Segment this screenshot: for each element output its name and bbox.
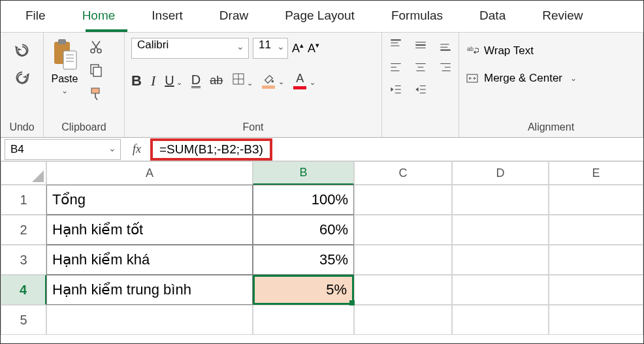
italic-button[interactable]: I [151, 72, 155, 89]
paste-dropdown[interactable]: ⌄ [61, 86, 68, 95]
col-header-C[interactable]: C [354, 161, 452, 185]
clipboard-group: Paste ⌄ Clipboard [44, 33, 125, 137]
tab-file[interactable]: File [7, 2, 64, 29]
wrap-text-icon: ab [466, 44, 479, 57]
row-header-3[interactable]: 3 [1, 245, 46, 275]
cell-E1[interactable] [549, 185, 643, 215]
tab-page-layout[interactable]: Page Layout [266, 2, 373, 29]
cell-A5[interactable] [46, 305, 253, 335]
increase-indent-icon[interactable] [413, 82, 429, 98]
undo-group: Undo [1, 33, 44, 137]
cell-A4[interactable]: Hạnh kiểm trung bình [46, 275, 253, 305]
font-size-combo[interactable]: 11 [253, 38, 288, 59]
font-group: Calibri 11 A▴ A▾ B I U D ab [125, 33, 382, 137]
cell-A3[interactable]: Hạnh kiểm khá [46, 245, 253, 275]
merge-dropdown-icon[interactable]: ⌄ [570, 74, 577, 83]
cell-B3[interactable]: 35% [253, 245, 354, 275]
wrap-text-label: Wrap Text [484, 44, 534, 57]
clipboard-group-label: Clipboard [50, 120, 118, 136]
font-color-button[interactable]: A [293, 72, 315, 89]
align-right-icon[interactable] [438, 60, 454, 76]
svg-rect-10 [91, 88, 99, 93]
cell-E2[interactable] [549, 215, 643, 245]
borders-button[interactable] [232, 72, 253, 89]
merge-center-label: Merge & Center [484, 72, 562, 85]
redo-button[interactable] [10, 65, 34, 89]
name-box[interactable]: B4 [5, 139, 121, 160]
strikethrough-button[interactable]: ab [210, 74, 223, 87]
underline-button[interactable]: U [165, 73, 182, 88]
col-header-E[interactable]: E [549, 161, 643, 185]
cell-D2[interactable] [452, 215, 549, 245]
format-painter-icon[interactable] [87, 85, 105, 103]
svg-rect-9 [93, 67, 101, 76]
align-middle-icon[interactable] [413, 38, 429, 54]
cell-B5[interactable] [253, 305, 354, 335]
cell-D4[interactable] [452, 275, 549, 305]
svg-text:ab: ab [467, 46, 474, 52]
fill-color-button[interactable] [262, 73, 284, 89]
wrap-text-button[interactable]: ab Wrap Text [466, 42, 534, 60]
cell-C1[interactable] [354, 185, 452, 215]
paste-icon[interactable] [50, 38, 79, 72]
svg-rect-1 [58, 39, 66, 44]
tab-data[interactable]: Data [461, 2, 524, 29]
spreadsheet-grid: A B C D E 1 Tổng 100% 2 Hạnh kiểm tốt 60… [1, 161, 643, 335]
cell-E5[interactable] [549, 305, 643, 335]
font-name-combo[interactable]: Calibri [131, 38, 249, 59]
decrease-indent-icon[interactable] [389, 82, 404, 98]
cell-C3[interactable] [354, 245, 452, 275]
row-header-2[interactable]: 2 [1, 215, 46, 245]
cell-C5[interactable] [354, 305, 452, 335]
cell-A2[interactable]: Hạnh kiểm tốt [46, 215, 253, 245]
col-header-B[interactable]: B [253, 161, 354, 185]
cell-C2[interactable] [354, 215, 452, 245]
merge-center-button[interactable]: Merge & Center ⌄ [466, 69, 577, 87]
shrink-font-icon[interactable]: A▾ [308, 41, 319, 55]
col-header-D[interactable]: D [452, 161, 549, 185]
tab-home[interactable]: Home [64, 2, 134, 29]
align-left-icon[interactable] [389, 60, 404, 76]
undo-button[interactable] [10, 38, 34, 61]
cell-B4[interactable]: 5% [253, 275, 354, 305]
paste-label[interactable]: Paste [52, 73, 78, 85]
formula-input[interactable]: =SUM(B1;-B2;-B3) [150, 138, 272, 161]
align-center-icon[interactable] [413, 60, 429, 76]
select-all-corner[interactable] [1, 161, 46, 185]
tab-insert[interactable]: Insert [133, 2, 201, 29]
cell-B1[interactable]: 100% [253, 185, 354, 215]
svg-point-14 [272, 80, 274, 82]
cell-D3[interactable] [452, 245, 549, 275]
cell-B2[interactable]: 60% [253, 215, 354, 245]
row-header-5[interactable]: 5 [1, 305, 46, 335]
tab-draw[interactable]: Draw [201, 2, 266, 29]
copy-icon[interactable] [87, 61, 105, 80]
align-icons-group [382, 33, 459, 137]
font-group-label: Font [131, 120, 375, 136]
alignment-group: ab Wrap Text Merge & Center ⌄ Alignment [459, 33, 643, 137]
cell-E3[interactable] [549, 245, 643, 275]
bold-button[interactable]: B [131, 72, 142, 89]
fx-icon[interactable]: fx [123, 142, 150, 156]
cell-E4[interactable] [549, 275, 643, 305]
cell-A1[interactable]: Tổng [46, 185, 253, 215]
cell-C4[interactable] [354, 275, 452, 305]
cell-D5[interactable] [452, 305, 549, 335]
merge-icon [466, 72, 479, 85]
col-header-A[interactable]: A [46, 161, 253, 185]
row-header-1[interactable]: 1 [1, 185, 46, 215]
grow-font-icon[interactable]: A▴ [292, 41, 304, 55]
align-top-icon[interactable] [389, 38, 404, 54]
formula-bar: B4 fx =SUM(B1;-B2;-B3) [1, 138, 643, 161]
tab-review[interactable]: Review [524, 2, 601, 29]
ribbon-tabs: File Home Insert Draw Page Layout Formul… [1, 1, 643, 29]
empty-label [389, 132, 452, 136]
cut-icon[interactable] [87, 38, 105, 56]
row-header-4[interactable]: 4 [1, 275, 46, 305]
ribbon: Undo Paste ⌄ [1, 32, 643, 138]
tab-formulas[interactable]: Formulas [373, 2, 461, 29]
svg-rect-2 [63, 51, 76, 69]
double-underline-button[interactable]: D [191, 73, 201, 88]
cell-D1[interactable] [452, 185, 549, 215]
align-bottom-icon[interactable] [438, 38, 454, 54]
